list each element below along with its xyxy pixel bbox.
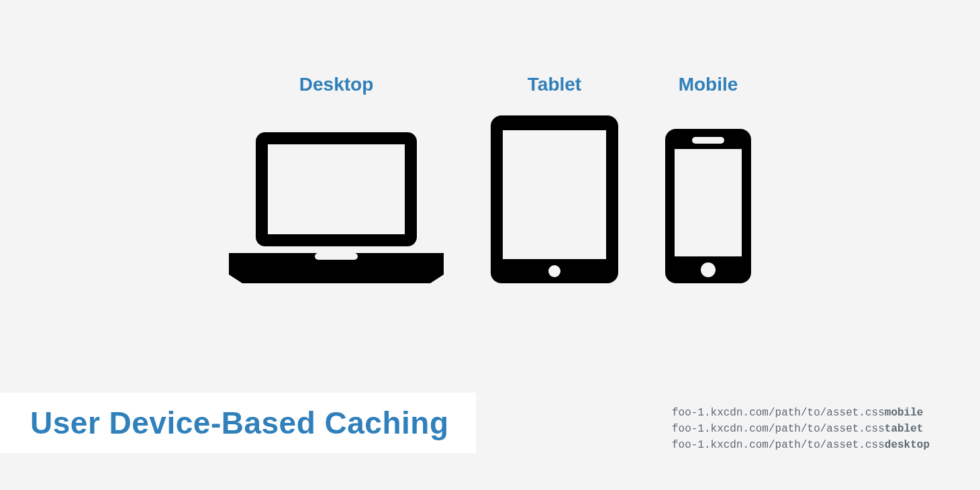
device-desktop: Desktop <box>229 74 444 283</box>
devices-row: Desktop Tablet <box>0 74 980 283</box>
device-mobile: Mobile <box>665 74 751 283</box>
laptop-icon <box>229 115 444 283</box>
svg-rect-8 <box>675 149 742 256</box>
svg-rect-5 <box>503 130 606 259</box>
title-bar: User Device-Based Caching <box>0 393 476 453</box>
svg-rect-1 <box>268 144 405 234</box>
asset-path-mobile: foo-1.kxcdn.com/path/to/asset.cssmobile <box>672 405 930 421</box>
asset-path-desktop: foo-1.kxcdn.com/path/to/asset.cssdesktop <box>672 437 930 453</box>
asset-path-tablet: foo-1.kxcdn.com/path/to/asset.csstablet <box>672 421 930 437</box>
svg-rect-9 <box>692 137 724 144</box>
device-label-desktop: Desktop <box>299 74 373 95</box>
device-tablet: Tablet <box>491 74 618 283</box>
svg-point-10 <box>701 262 716 277</box>
asset-paths: foo-1.kxcdn.com/path/to/asset.cssmobile … <box>672 405 930 453</box>
tablet-icon <box>491 115 618 283</box>
asset-base: foo-1.kxcdn.com/path/to/asset.css <box>672 423 885 435</box>
asset-suffix: tablet <box>885 423 924 435</box>
asset-suffix: desktop <box>885 439 930 451</box>
asset-base: foo-1.kxcdn.com/path/to/asset.css <box>672 407 885 419</box>
device-label-tablet: Tablet <box>528 74 581 95</box>
page-title: User Device-Based Caching <box>30 405 449 441</box>
asset-base: foo-1.kxcdn.com/path/to/asset.css <box>672 439 885 451</box>
svg-rect-3 <box>315 253 358 260</box>
asset-suffix: mobile <box>885 407 924 419</box>
svg-point-6 <box>548 265 560 277</box>
device-label-mobile: Mobile <box>679 74 738 95</box>
mobile-icon <box>665 115 751 283</box>
